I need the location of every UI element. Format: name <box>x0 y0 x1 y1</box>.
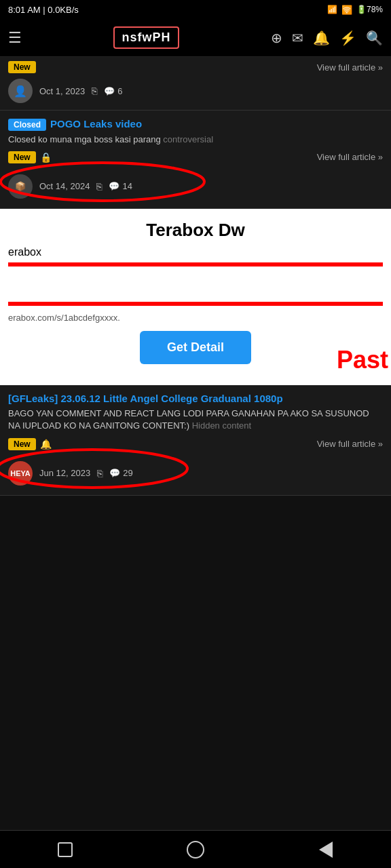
circled-meta: 📦 Oct 14, 2024 ⎘ 💬 14 <box>8 166 132 201</box>
view-full-article-link[interactable]: View full article » <box>317 62 383 73</box>
lightning-icon[interactable]: ⚡ <box>339 30 356 46</box>
circled-meta-gf: HEYA Jun 12, 2023 ⎘ 💬 29 <box>8 453 133 488</box>
excerpt-faded: controversial <box>163 134 213 144</box>
bell-icon[interactable]: 🔔 <box>313 30 330 46</box>
ad-red-bar-2 <box>8 302 383 306</box>
back-button[interactable] <box>314 840 338 859</box>
square-icon <box>58 842 73 857</box>
search-icon[interactable]: 🔍 <box>366 30 383 46</box>
site-logo[interactable]: nsfwPH <box>113 26 179 49</box>
status-bar: 8:01 AM | 0.0KB/s 📶 🛜 🔋78% <box>0 0 391 19</box>
article-gf-leaks: [GFLeaks] 23.06.12 Little Angel College … <box>0 385 391 496</box>
status-time: 8:01 AM | 0.0KB/s <box>8 5 79 15</box>
article-meta-gf: HEYA Jun 12, 2023 ⎘ 💬 29 <box>8 461 133 486</box>
comment-count-pogo[interactable]: 💬 14 <box>109 181 132 191</box>
comment-count[interactable]: 💬 6 <box>104 86 122 96</box>
circle-icon <box>187 841 204 859</box>
comment-count-gf[interactable]: 💬 29 <box>109 468 132 478</box>
home-button[interactable] <box>183 840 208 859</box>
badge-row-left: New 🔒 <box>8 151 52 163</box>
article-date-pogo: Oct 14, 2024 <box>39 181 90 191</box>
triangle-icon <box>319 842 333 858</box>
article-pogo-leaks: ClosedPOGO Leaks video Closed ko muna mg… <box>0 111 391 209</box>
get-detail-button[interactable]: Get Detail <box>140 331 251 364</box>
badge-new: New <box>8 151 36 163</box>
ad-title: Terabox Dw <box>8 220 383 241</box>
article-gf-body: BAGO YAN COMMENT AND REACT LANG LODI PAR… <box>8 408 383 432</box>
square-tab-button[interactable] <box>53 840 77 859</box>
article-meta: 👤 Oct 1, 2023 ⎘ 💬 6 <box>8 79 383 103</box>
article-excerpt: Closed ko muna mga boss kasi parang cont… <box>8 134 383 146</box>
badge-new-gf: New <box>8 438 36 450</box>
battery-level: 🔋78% <box>356 5 383 14</box>
ad-section: Terabox Dw erabox erabox.com/s/1abcdefgx… <box>0 209 391 385</box>
view-full-article-link-pogo[interactable]: View full article » <box>317 152 383 162</box>
badge-row-left-gf: New 🔔 <box>8 438 52 450</box>
article-meta-pogo: 📦 Oct 14, 2024 ⎘ 💬 14 <box>8 174 132 199</box>
hamburger-icon[interactable]: ☰ <box>8 29 22 47</box>
profile-icon[interactable]: ⊕ <box>271 30 282 46</box>
article-date-gf: Jun 12, 2023 <box>39 468 90 478</box>
signal-icon: 📶 <box>327 5 337 14</box>
share-icon[interactable]: ⎘ <box>92 85 97 96</box>
article-gf-title: [GFLeaks] 23.06.12 Little Angel College … <box>8 392 383 406</box>
article-date: Oct 1, 2023 <box>39 86 85 96</box>
article-pogo-title: ClosedPOGO Leaks video <box>8 117 383 131</box>
wifi-icon: 🛜 <box>341 5 352 15</box>
ad-past-label: Past <box>337 346 391 374</box>
bell-icon-gf: 🔔 <box>40 439 52 450</box>
share-icon-pogo[interactable]: ⎘ <box>96 181 102 192</box>
ad-link: erabox.com/s/1abcdefgxxxx. <box>8 313 383 323</box>
badge-row-gf: New 🔔 View full article » <box>8 438 383 450</box>
lock-icon: 🔒 <box>40 152 52 163</box>
nav-icons: ⊕ ✉ 🔔 ⚡ 🔍 <box>271 30 383 46</box>
status-right: 📶 🛜 🔋78% <box>327 5 383 15</box>
article-partial: New View full article » 👤 Oct 1, 2023 ⎘ … <box>0 57 391 111</box>
top-nav: ☰ nsfwPH ⊕ ✉ 🔔 ⚡ 🔍 <box>0 19 391 57</box>
badge-closed: Closed <box>8 119 46 131</box>
avatar: 👤 <box>8 79 33 103</box>
article-top-bar: New View full article » <box>8 61 383 73</box>
ad-subtitle: erabox <box>8 246 383 258</box>
view-full-article-link-gf[interactable]: View full article » <box>317 439 383 449</box>
envelope-icon[interactable]: ✉ <box>292 30 303 46</box>
badge-row: New 🔒 View full article » <box>8 151 383 163</box>
share-icon-gf[interactable]: ⎘ <box>97 468 103 479</box>
hidden-content-label: Hidden content <box>192 420 251 431</box>
avatar-pogo: 📦 <box>8 174 33 199</box>
ad-red-bar <box>8 262 383 267</box>
bottom-nav <box>0 830 391 868</box>
badge-new: New <box>8 61 36 73</box>
avatar-gf: HEYA <box>8 461 33 486</box>
